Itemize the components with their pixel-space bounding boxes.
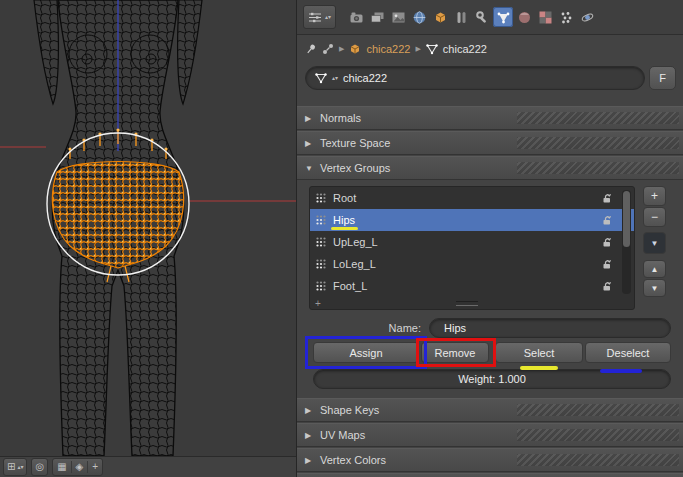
- add-vertex-group-button[interactable]: +: [643, 186, 666, 206]
- tab-modifiers-icon[interactable]: [472, 7, 492, 27]
- 3d-viewport[interactable]: ⊞ ▴▾ ◎ ▦ ◈ +: [0, 0, 296, 477]
- fake-user-button[interactable]: F: [649, 66, 676, 90]
- viewport-header: ⊞ ▴▾ ◎ ▦ ◈ +: [0, 456, 296, 477]
- list-item[interactable]: Root: [310, 187, 634, 209]
- list-item-selected[interactable]: Hips: [310, 209, 634, 231]
- list-item[interactable]: Foot_L: [310, 275, 634, 297]
- pivot-icon[interactable]: ◈: [72, 461, 89, 473]
- mesh-data-icon: [315, 72, 327, 84]
- list-scrollbar[interactable]: [622, 190, 631, 294]
- collapse-arrow-icon: ▶: [305, 406, 320, 415]
- properties-header: ▴▾: [297, 0, 683, 35]
- tab-scene-icon[interactable]: [388, 7, 408, 27]
- object-cube-icon: [349, 43, 361, 55]
- group-name-input[interactable]: Hips: [429, 318, 671, 338]
- node-icon[interactable]: [322, 43, 334, 55]
- select-button[interactable]: Select: [495, 342, 583, 363]
- tab-particles-icon[interactable]: [556, 7, 576, 27]
- panel-shape-keys[interactable]: ▶ Shape Keys: [297, 398, 683, 422]
- collapse-arrow-icon: ▶: [305, 431, 320, 440]
- panel-vertex-colors[interactable]: ▶ Vertex Colors: [297, 448, 683, 472]
- mesh-wireframe: [0, 0, 296, 456]
- panel-geometry[interactable]: ▶ Geometry: [297, 473, 683, 477]
- vertex-group-icon: [315, 192, 327, 204]
- panel-uv-maps[interactable]: ▶ UV Maps: [297, 423, 683, 447]
- panel-texture-space[interactable]: ▶ Texture Space: [297, 131, 683, 155]
- properties-editor-icon: [308, 11, 322, 23]
- tab-world-icon[interactable]: [409, 7, 429, 27]
- vertex-group-name: UpLeg_L: [333, 236, 595, 248]
- mode-selector[interactable]: ◎: [31, 458, 48, 476]
- vertex-group-icon: [315, 258, 327, 270]
- vertex-group-name: LoLeg_L: [333, 258, 595, 270]
- panel-drag-stripes: [517, 112, 679, 124]
- panel-vertex-colors-label: Vertex Colors: [320, 454, 386, 466]
- manipulator-icon[interactable]: +: [88, 461, 102, 473]
- unlock-icon[interactable]: [601, 214, 613, 226]
- pin-icon[interactable]: [305, 43, 317, 55]
- tab-constraints-icon[interactable]: [451, 7, 471, 27]
- panel-vertex-groups[interactable]: ▼ Vertex Groups: [297, 156, 683, 180]
- tab-object-icon[interactable]: [430, 7, 450, 27]
- 3d-view-icon: ⊞: [7, 462, 15, 472]
- collapse-arrow-icon: ▼: [305, 164, 320, 173]
- breadcrumb-separator-icon: ▶: [415, 45, 420, 53]
- name-label: Name:: [309, 322, 429, 334]
- panel-shape-keys-label: Shape Keys: [320, 404, 379, 416]
- list-item[interactable]: LoLeg_L: [310, 253, 634, 275]
- tab-texture-icon[interactable]: [535, 7, 555, 27]
- weight-slider[interactable]: Weight: 1.000: [313, 369, 671, 389]
- viewport-toggle-group: ▦ ◈ +: [52, 458, 103, 476]
- assign-button[interactable]: Assign: [313, 342, 419, 363]
- editor-type-button[interactable]: ▴▾: [303, 5, 336, 29]
- breadcrumb-object-name[interactable]: chica222: [366, 43, 410, 55]
- panel-drag-stripes: [517, 137, 679, 149]
- remove-vertex-group-button[interactable]: −: [643, 207, 666, 227]
- group-name-value: Hips: [444, 322, 466, 334]
- tab-material-icon[interactable]: [514, 7, 534, 27]
- vertex-group-name: Hips: [333, 214, 595, 226]
- unlock-icon[interactable]: [601, 236, 613, 248]
- unlock-icon[interactable]: [601, 280, 613, 292]
- vertex-group-name: Root: [333, 192, 595, 204]
- tab-render-icon[interactable]: [346, 7, 366, 27]
- scrollbar-thumb[interactable]: [623, 191, 630, 247]
- weight-value: Weight: 1.000: [458, 373, 526, 385]
- deselect-button[interactable]: Deselect: [585, 342, 671, 363]
- datablock-name-field[interactable]: ▴▾ chica222: [305, 66, 645, 90]
- object-mode-icon: ◎: [35, 462, 44, 472]
- unlock-icon[interactable]: [601, 258, 613, 270]
- datablock-name-value: chica222: [343, 72, 387, 84]
- remove-button[interactable]: Remove: [421, 342, 489, 363]
- editor-type-button[interactable]: ⊞ ▴▾: [3, 458, 27, 476]
- properties-editor: ▴▾ ▶ chica222 ▶: [296, 0, 683, 477]
- collapse-arrow-icon: ▶: [305, 114, 320, 123]
- panel-drag-stripes: [517, 454, 679, 466]
- list-resize-grip[interactable]: [456, 301, 478, 306]
- collapse-arrow-icon: ▶: [305, 139, 320, 148]
- shading-icon[interactable]: ▦: [53, 461, 71, 473]
- tab-physics-icon[interactable]: [577, 7, 597, 27]
- blender-window: ⊞ ▴▾ ◎ ▦ ◈ + ▴▾: [0, 0, 683, 477]
- list-item[interactable]: UpLeg_L: [310, 231, 634, 253]
- tab-object-data-icon[interactable]: [493, 7, 513, 27]
- breadcrumb-data-name[interactable]: chica222: [443, 43, 487, 55]
- chevron-updown-icon: ▴▾: [332, 76, 338, 81]
- move-group-up-button[interactable]: ▲: [643, 260, 666, 278]
- chevron-updown-icon: ▴▾: [17, 465, 23, 470]
- panel-normals[interactable]: ▶ Normals: [297, 106, 683, 130]
- unlock-icon[interactable]: [601, 192, 613, 204]
- panel-texture-space-label: Texture Space: [320, 137, 390, 149]
- move-group-down-button[interactable]: ▼: [643, 279, 666, 297]
- collapse-arrow-icon: ▶: [305, 456, 320, 465]
- id-block-row: ▴▾ chica222 F: [305, 66, 676, 90]
- panel-drag-stripes: [517, 429, 679, 441]
- list-expand-icon[interactable]: +: [315, 298, 321, 309]
- panel-drag-stripes: [517, 162, 679, 174]
- tab-render-layers-icon[interactable]: [367, 7, 387, 27]
- vertex-group-specials-button[interactable]: ▼: [643, 232, 666, 254]
- vertex-group-icon: [315, 280, 327, 292]
- vertex-group-list: Root Hips UpLeg_L LoLeg_L: [309, 186, 635, 310]
- list-footer: +: [310, 298, 634, 309]
- breadcrumb: ▶ chica222 ▶ chica222: [305, 38, 487, 60]
